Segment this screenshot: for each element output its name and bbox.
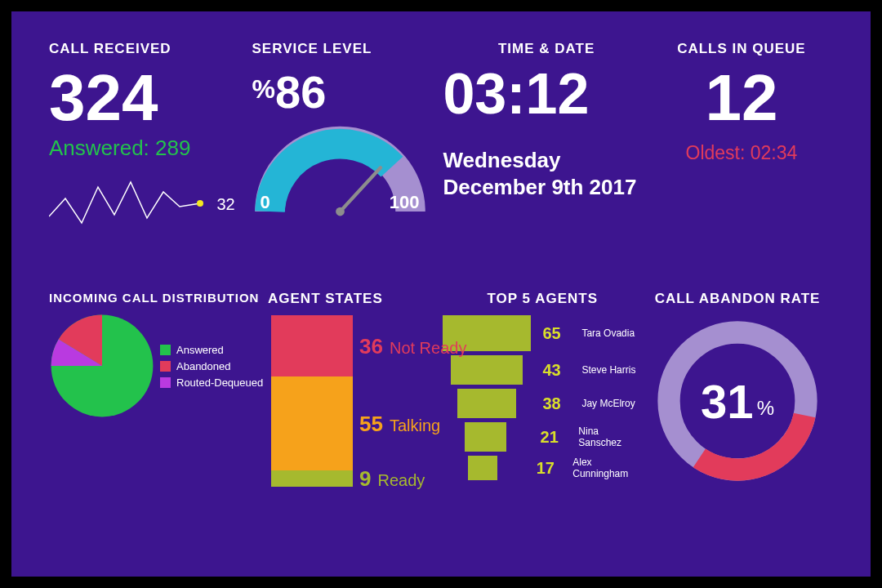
- top5-row-2: 38 Jay McElroy: [443, 389, 642, 418]
- percent-icon: %: [252, 74, 275, 104]
- funnel-bar: [465, 422, 506, 452]
- gauge-min: 0: [261, 192, 270, 213]
- bottom-row: INCOMING CALL DISTRIBUTION Answered Aban…: [49, 291, 833, 487]
- service-level-gauge: 0 100: [252, 123, 428, 238]
- panel-agent-states: AGENT STATES 36Not Ready 55Talking 9Read…: [268, 291, 443, 487]
- funnel-bar: [468, 456, 497, 480]
- service-level-title: SERVICE LEVEL: [252, 41, 443, 57]
- legend-item-answered: Answered: [160, 344, 263, 356]
- panel-incoming-distribution: INCOMING CALL DISTRIBUTION Answered Aban…: [49, 291, 268, 487]
- distribution-chart-area: Answered Abandoned Routed-Dequeued: [49, 313, 268, 419]
- calls-queue-title: CALLS IN QUEUE: [650, 41, 833, 57]
- funnel-bar: [451, 355, 523, 385]
- svg-point-0: [197, 200, 203, 207]
- call-received-value: 324: [49, 65, 252, 131]
- percent-icon: %: [757, 397, 774, 420]
- top5-funnel: 65 Tara Ovadia 43 Steve Harris 38 Jay Mc…: [443, 315, 642, 480]
- top5-title: TOP 5 AGENTS: [443, 291, 642, 307]
- top5-row-0: 65 Tara Ovadia: [443, 315, 642, 351]
- top5-row-4: 17 Alex Cunningham: [443, 456, 642, 480]
- panel-time-date: TIME & DATE 03:12 Wednesday December 9th…: [443, 41, 649, 286]
- calls-queue-value: 12: [650, 65, 833, 131]
- gauge-icon: [252, 123, 428, 229]
- pie-chart-icon: [49, 313, 155, 419]
- state-not-ready: 36Not Ready: [271, 315, 353, 376]
- state-talking: 55Talking: [271, 376, 353, 470]
- time-date-title: TIME & DATE: [443, 41, 649, 57]
- calls-queue-oldest: Oldest: 02:34: [650, 142, 833, 164]
- distribution-legend: Answered Abandoned Routed-Dequeued: [160, 340, 263, 393]
- legend-item-routed: Routed-Dequeued: [160, 376, 263, 389]
- panel-abandon-rate: CALL ABANDON RATE 31%: [642, 291, 833, 487]
- sparkline-last-value: 32: [216, 195, 234, 214]
- service-level-value: %86: [252, 65, 443, 118]
- state-ready: 9Ready: [271, 470, 353, 487]
- panel-service-level: SERVICE LEVEL %86 0 100: [252, 41, 443, 286]
- call-received-answered: Answered: 289: [49, 136, 252, 161]
- top5-row-3: 21 Nina Sanschez: [443, 422, 642, 452]
- funnel-bar: [457, 389, 516, 418]
- agent-states-stack: 36Not Ready 55Talking 9Ready: [271, 315, 353, 487]
- gauge-max: 100: [390, 192, 420, 213]
- abandon-donut: 31%: [652, 315, 823, 487]
- top-row: CALL RECEIVED 324 Answered: 289 32 SERVI…: [49, 41, 833, 286]
- gauge-range-labels: 0 100: [261, 192, 420, 213]
- top5-row-1: 43 Steve Harris: [443, 355, 642, 385]
- time-value: 03:12: [443, 65, 649, 122]
- dashboard-screen: CALL RECEIVED 324 Answered: 289 32 SERVI…: [11, 11, 871, 577]
- agent-states-title: AGENT STATES: [268, 291, 443, 307]
- distribution-title: INCOMING CALL DISTRIBUTION: [49, 291, 268, 305]
- abandon-title: CALL ABANDON RATE: [642, 291, 833, 307]
- panel-top5-agents: TOP 5 AGENTS 65 Tara Ovadia 43 Steve Har…: [443, 291, 642, 487]
- sparkline-icon: [49, 176, 208, 233]
- call-received-sparkline: 32: [49, 176, 252, 236]
- panel-call-received: CALL RECEIVED 324 Answered: 289 32: [49, 41, 252, 286]
- legend-item-abandoned: Abandoned: [160, 360, 263, 372]
- abandon-value: 31%: [652, 315, 823, 487]
- call-received-title: CALL RECEIVED: [49, 41, 252, 57]
- panel-calls-in-queue: CALLS IN QUEUE 12 Oldest: 02:34: [650, 41, 833, 286]
- date-value: Wednesday December 9th 2017: [443, 147, 649, 200]
